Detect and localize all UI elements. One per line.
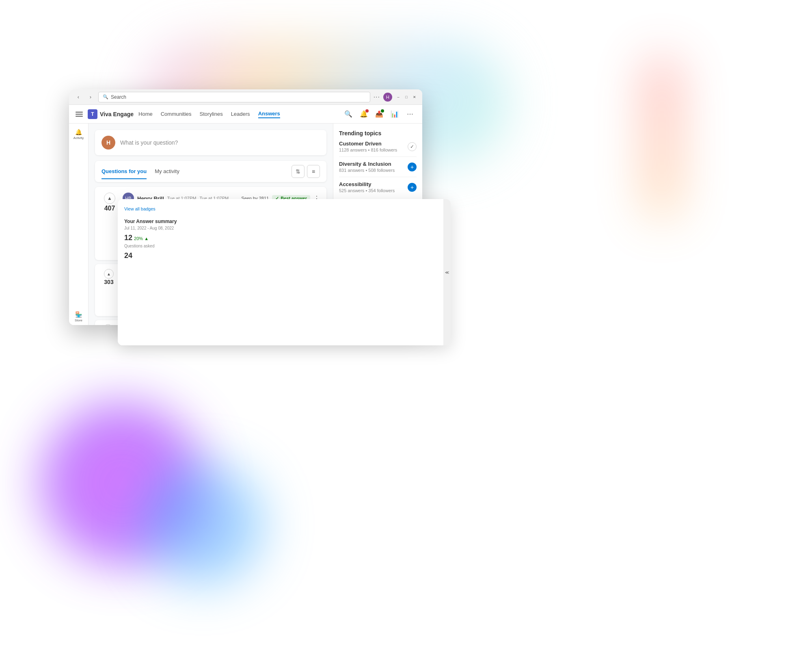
analytics-button[interactable]: 📊 — [389, 108, 400, 120]
browser-search-text: Search — [111, 94, 126, 100]
questions-asked-label: Questions asked — [124, 244, 437, 248]
trending-section: Trending topics Customer Driven 1128 ans… — [339, 130, 417, 197]
nav-links: Home Communities Storylines Leaders Answ… — [138, 110, 338, 118]
upvote-button-3[interactable]: ▲ — [104, 324, 112, 325]
topic-stats-1: 1128 answers • 816 followers — [339, 147, 397, 152]
browser-user-avatar[interactable]: H — [383, 93, 392, 102]
topic-item-2: Diversity & Inclusion 831 answers • 508 … — [339, 161, 417, 177]
activity-label: Activity — [73, 136, 84, 140]
close-button[interactable]: ✕ — [412, 94, 417, 100]
activity-icon: 🔔 — [75, 129, 82, 135]
topic-name-area-1: Customer Driven 1128 answers • 816 follo… — [339, 141, 397, 152]
search-button[interactable]: 🔍 — [343, 108, 354, 120]
hamburger-menu-button[interactable] — [76, 112, 83, 117]
avatar-initials: H — [102, 136, 115, 150]
share-button[interactable]: 📤 — [374, 108, 385, 120]
bg-decoration-top-right — [646, 57, 678, 219]
browser-more-options[interactable]: ··· — [374, 93, 380, 101]
topic-follow-btn-3[interactable]: + — [408, 183, 417, 192]
vote-section-2: ▲ 303 — [102, 269, 116, 285]
upvote-button-2[interactable]: ▲ — [104, 269, 114, 279]
topic-header-2: Diversity & Inclusion 831 answers • 508 … — [339, 161, 417, 173]
vote-count-2: 303 — [104, 279, 113, 285]
upvote-button-1[interactable]: ▲ — [104, 193, 115, 204]
ask-question-placeholder[interactable]: What is your question? — [120, 139, 178, 146]
teams-icon: T — [88, 109, 97, 119]
view-all-badges-link[interactable]: View all badges — [124, 206, 155, 211]
hamburger-line-3 — [76, 116, 83, 117]
topic-name-1[interactable]: Customer Driven — [339, 141, 397, 147]
topic-follow-btn-2[interactable]: + — [408, 163, 417, 171]
nav-forward-button[interactable]: › — [86, 93, 95, 102]
share-badge — [381, 109, 384, 113]
topic-stats-3: 525 answers • 354 followers — [339, 188, 395, 193]
window-controls: – □ ✕ — [395, 94, 417, 100]
second-stat: 24 — [124, 251, 437, 260]
topic-name-area-2: Diversity & Inclusion 831 answers • 508 … — [339, 161, 395, 173]
app-name: Viva Engage — [100, 111, 134, 117]
tab-questions-for-you[interactable]: Questions for you — [102, 168, 147, 179]
store-icon: 🏪 — [75, 311, 82, 318]
search-icon: 🔍 — [103, 94, 108, 100]
hamburger-line-1 — [76, 112, 83, 113]
bg-decoration-bottom-left — [41, 402, 203, 565]
badges-panel: View all badges Your Answer summary Jul … — [118, 199, 443, 345]
sort-button[interactable]: ⇅ — [292, 165, 304, 178]
topic-name-area-3: Accessibility 525 answers • 354 follower… — [339, 181, 395, 193]
current-user-avatar: H — [102, 136, 115, 150]
hamburger-line-2 — [76, 114, 83, 115]
answer-summary-title: Your Answer summary — [124, 219, 437, 224]
store-label: Store — [75, 319, 82, 322]
left-sidebar: 🔔 Activity 🏪 Store — [69, 124, 89, 325]
nav-back-button[interactable]: ‹ — [74, 93, 83, 102]
nav-home[interactable]: Home — [138, 110, 153, 118]
topic-header-3: Accessibility 525 answers • 354 follower… — [339, 181, 417, 193]
questions-tabs: Questions for you My activity ⇅ ≡ — [95, 161, 326, 182]
sidebar-store-button[interactable]: 🏪 Store — [72, 312, 85, 325]
answer-summary-date: Jul 11, 2022 - Aug 08, 2022 — [124, 226, 437, 230]
app-logo: T Viva Engage — [88, 109, 134, 119]
more-options-button[interactable]: ⋯ — [404, 108, 416, 120]
topic-follow-btn-1[interactable]: ✓ — [408, 142, 417, 151]
vote-section-1: ▲ 407 — [102, 193, 118, 212]
topic-name-2[interactable]: Diversity & Inclusion — [339, 161, 395, 167]
questions-asked-pct: 20% ▲ — [134, 236, 149, 241]
notification-badge — [365, 109, 369, 113]
bg-decoration-bottom-right — [142, 463, 264, 585]
browser-window-secondary: View all badges Your Answer summary Jul … — [118, 199, 451, 345]
maximize-button[interactable]: □ — [404, 94, 409, 100]
secondary-window-content: View all badges Your Answer summary Jul … — [118, 199, 451, 345]
topic-item-1: Customer Driven 1128 answers • 816 follo… — [339, 141, 417, 157]
topic-header-1: Customer Driven 1128 answers • 816 follo… — [339, 141, 417, 152]
nav-communities[interactable]: Communities — [161, 110, 192, 118]
browser-chrome: ‹ › 🔍 Search ··· H – □ ✕ — [69, 89, 422, 105]
nav-leaders[interactable]: Leaders — [231, 110, 250, 118]
trending-title: Trending topics — [339, 130, 417, 137]
sidebar-activity-button[interactable]: 🔔 Activity — [72, 128, 85, 141]
topic-name-3[interactable]: Accessibility — [339, 181, 395, 187]
nav-storylines[interactable]: Storylines — [200, 110, 223, 118]
vote-section-3: ▲ — [102, 324, 114, 325]
second-stat-num: 24 — [124, 251, 132, 260]
filter-button[interactable]: ≡ — [307, 165, 320, 178]
collapse-panel-button[interactable]: ≪ — [443, 199, 451, 345]
answer-summary-section: Your Answer summary Jul 11, 2022 - Aug 0… — [124, 219, 437, 260]
minimize-button[interactable]: – — [395, 94, 401, 100]
app-top-icons: 🔍 🔔 📤 📊 ⋯ — [343, 108, 416, 120]
ask-question-box[interactable]: H What is your question? — [95, 130, 326, 155]
app-navbar: T Viva Engage Home Communities Storyline… — [69, 105, 422, 124]
tab-my-activity[interactable]: My activity — [155, 168, 179, 179]
questions-asked-stat: 12 20% ▲ — [124, 234, 437, 242]
browser-address-bar[interactable]: 🔍 Search — [98, 92, 370, 102]
notifications-button[interactable]: 🔔 — [358, 108, 369, 120]
questions-asked-num: 12 — [124, 234, 132, 242]
nav-answers[interactable]: Answers — [258, 110, 280, 118]
topic-stats-2: 831 answers • 508 followers — [339, 168, 395, 173]
topic-item-3: Accessibility 525 answers • 354 follower… — [339, 181, 417, 197]
vote-count-1: 407 — [104, 205, 115, 212]
